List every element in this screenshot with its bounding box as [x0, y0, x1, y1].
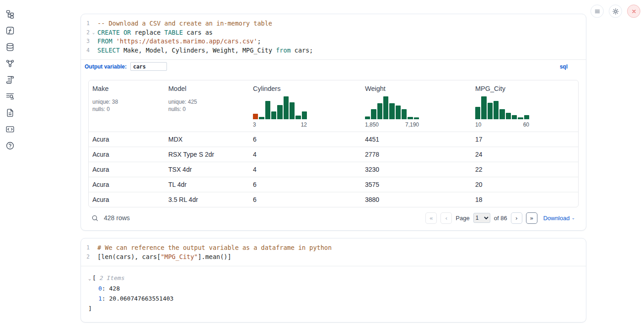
open-bracket: [	[92, 275, 100, 281]
table-output: Makeunique: 38nulls: 0Modelunique: 425nu…	[81, 73, 586, 230]
histogram	[365, 96, 419, 119]
collapse-chevron-icon[interactable]: ⌄	[88, 276, 91, 281]
table-row[interactable]: AcuraTSX 4dr4323022	[89, 162, 578, 177]
fold-spacer	[90, 253, 97, 262]
dependency-graph-icon[interactable]	[5, 58, 20, 69]
fold-chevron-icon[interactable]: ⌄	[90, 28, 97, 37]
table-cell: 17	[472, 136, 578, 143]
language-badge: sql	[560, 63, 568, 70]
histogram-bar[interactable]	[499, 109, 504, 120]
column-name[interactable]: Weight	[365, 85, 468, 92]
code-token: SELECT	[97, 47, 120, 54]
histogram-bar[interactable]	[290, 102, 295, 119]
database-icon[interactable]	[5, 42, 20, 52]
histogram-bar[interactable]	[295, 116, 301, 120]
hamburger-menu-icon[interactable]	[590, 5, 604, 18]
help-icon[interactable]	[5, 141, 20, 151]
code-text: SELECT Make, Model, Cylinders, Weight, M…	[97, 46, 313, 55]
histogram-bar[interactable]	[277, 105, 282, 119]
column-name[interactable]: Cylinders	[253, 85, 358, 92]
search-list-icon[interactable]	[5, 91, 20, 101]
code-token: -- Download a CSV and create an in-memor…	[97, 20, 272, 27]
line-number: 1	[81, 243, 90, 253]
table-cell: TSX 4dr	[165, 166, 249, 173]
gear-icon[interactable]	[609, 5, 622, 18]
table-cell: Acura	[89, 196, 165, 203]
histogram-bar[interactable]	[524, 115, 529, 119]
snippets-icon[interactable]	[5, 124, 20, 134]
tree-root-line: ⌄[ 2 Items	[88, 273, 579, 284]
column-name[interactable]: Make	[92, 85, 161, 92]
stat-line: nulls: 0	[168, 106, 246, 113]
column-name[interactable]: Model	[168, 85, 246, 92]
histogram-bar[interactable]	[383, 96, 388, 119]
row-count: 428 rows	[104, 214, 130, 222]
download-button[interactable]: Download ⌄	[543, 215, 575, 222]
line-number: 1	[81, 19, 90, 28]
next-page-button[interactable]: ›	[511, 212, 522, 224]
table-cell: 3575	[361, 181, 472, 188]
document-icon[interactable]	[5, 108, 20, 118]
histogram-bar[interactable]	[481, 96, 486, 119]
page-select[interactable]: 1	[473, 213, 490, 223]
code-token: [len(cars), cars[	[97, 253, 161, 260]
output-variable-row: Output variable: sql	[81, 59, 586, 73]
histogram-bar[interactable]	[259, 117, 264, 119]
colon: :	[102, 285, 109, 292]
column-name[interactable]: MPG_City	[475, 85, 574, 92]
table-row[interactable]: AcuraMDX6445117	[89, 132, 578, 147]
histogram-bar[interactable]	[265, 101, 270, 119]
table-row[interactable]: AcuraTL 4dr6357520	[89, 177, 578, 192]
table-row[interactable]: AcuraRSX Type S 2dr4277824	[89, 147, 578, 162]
histogram-bar[interactable]	[512, 115, 517, 119]
column-stats: unique: 425nulls: 0	[168, 98, 246, 113]
column-header: Modelunique: 425nulls: 0	[165, 85, 249, 128]
function-icon[interactable]	[5, 26, 20, 36]
sql-code-editor[interactable]: 1-- Download a CSV and create an in-memo…	[81, 14, 586, 59]
histogram-bar[interactable]	[389, 103, 394, 119]
python-cell: 1# We can reference the output variable …	[80, 238, 586, 322]
output-variable-input[interactable]	[130, 62, 167, 71]
histogram-bar[interactable]	[518, 117, 523, 119]
histogram-bar[interactable]	[371, 109, 376, 120]
histogram-bar[interactable]	[396, 106, 401, 119]
histogram-bar[interactable]	[402, 109, 407, 120]
histogram-bar[interactable]	[475, 107, 480, 120]
scroll-icon[interactable]	[5, 75, 20, 85]
code-token: Make, Model, Cylinders, Weight, MPG_City	[120, 47, 276, 54]
first-page-button[interactable]: «	[425, 212, 437, 224]
histogram-bar[interactable]	[253, 114, 258, 120]
table-cell: 6	[249, 181, 361, 188]
code-line: 2⌄CREATE OR replace TABLE cars as	[81, 28, 581, 37]
table-row[interactable]: Acura3.5 RL 4dr6388018	[89, 192, 578, 207]
prev-page-button[interactable]: ‹	[440, 212, 452, 224]
fold-spacer	[90, 243, 97, 253]
histogram-bar[interactable]	[377, 103, 382, 119]
histogram-bar[interactable]	[302, 111, 307, 119]
python-code-editor[interactable]: 1# We can reference the output variable …	[81, 238, 586, 266]
histogram-bar[interactable]	[408, 117, 413, 119]
histogram-min: 1,850	[365, 122, 379, 128]
file-tree-icon[interactable]	[5, 9, 20, 19]
histogram-bar[interactable]	[494, 101, 499, 119]
close-bracket: ]	[88, 304, 579, 314]
last-page-button[interactable]: »	[526, 212, 537, 224]
histogram-bar[interactable]	[284, 96, 289, 119]
close-icon[interactable]	[627, 5, 640, 18]
histogram-bar[interactable]	[271, 111, 276, 119]
histogram-max: 7,190	[405, 122, 419, 128]
histogram-bar[interactable]	[488, 103, 493, 119]
search-icon[interactable]	[91, 214, 99, 222]
table-cell: 3880	[361, 196, 472, 203]
histogram-range: 1,8507,190	[365, 122, 419, 128]
code-line: 1# We can reference the output variable …	[81, 243, 581, 253]
histogram-min: 10	[475, 122, 481, 128]
line-number: 2	[81, 253, 90, 262]
histogram-bar[interactable]	[414, 117, 419, 119]
tree-entry: 1: 20.060747663551403	[88, 294, 579, 304]
histogram-bar[interactable]	[506, 113, 511, 119]
table-cell: 2778	[361, 151, 472, 158]
code-text: [len(cars), cars["MPG_City"].mean()]	[97, 253, 231, 262]
histogram-bar[interactable]	[365, 116, 370, 119]
code-token: cars;	[291, 47, 313, 54]
